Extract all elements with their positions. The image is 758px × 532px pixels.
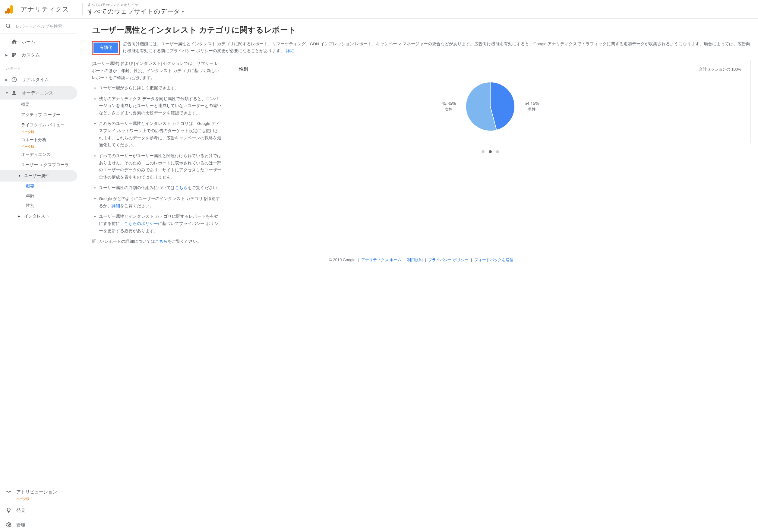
carousel-dots	[230, 150, 751, 153]
separator: |	[358, 258, 359, 262]
footer-link-home[interactable]: アナリティクス ホーム	[361, 258, 401, 262]
bullet-link[interactable]: こちらのポリシー	[124, 221, 158, 226]
footer-link-privacy[interactable]: プライバシー ポリシー	[428, 258, 468, 262]
sub-demo-age[interactable]: 年齢	[26, 191, 77, 201]
closing-text-a: 新しいレポートの詳細については	[92, 239, 155, 244]
svg-rect-1	[7, 8, 10, 14]
demographics-submenu: 概要 年齢 性別	[0, 182, 77, 210]
nav: ホーム ▶ カスタム レポート ▶ リアルタイム ▼ オーディエンス 概要 アク…	[0, 34, 77, 222]
sub-active-users[interactable]: アクティブ ユーザー	[21, 110, 77, 120]
account-selector[interactable]: すべてのアカウント > ホリイケ すべてのウェブサイトのデータ ▾	[87, 3, 184, 16]
sub-interests[interactable]: ▶ インタレスト	[0, 210, 77, 222]
bullet-item: すべてのユーザーがユーザー属性と関連付けられているわけではありません。そのため、…	[99, 152, 221, 181]
clock-icon	[11, 76, 17, 83]
svg-rect-8	[15, 55, 16, 56]
pie-chart	[463, 79, 517, 134]
view-name: すべてのウェブサイトのデータ ▾	[87, 7, 184, 16]
separator: |	[404, 258, 405, 262]
intro-details-link[interactable]: 詳細	[286, 49, 294, 53]
carousel-dot[interactable]	[489, 150, 492, 153]
nav-audience[interactable]: ▼ オーディエンス	[0, 86, 77, 99]
search-input[interactable]	[16, 24, 72, 29]
footer-link-feedback[interactable]: フィードバックを送信	[474, 258, 513, 262]
expand-icon: ▶	[18, 215, 22, 218]
sub-interests-label: インタレスト	[24, 214, 50, 219]
sub-demo-overview[interactable]: 概要	[26, 182, 77, 191]
chart-label-female: 45.85% 女性	[442, 101, 456, 112]
separator: |	[471, 258, 472, 262]
analytics-logo-icon	[4, 4, 15, 15]
collapse-icon: ▼	[5, 91, 9, 95]
sub-overview[interactable]: 概要	[21, 99, 77, 110]
nav-realtime[interactable]: ▶ リアルタイム	[0, 73, 77, 86]
bullet-text: をご覧ください。	[120, 203, 154, 208]
chart-pct-female: 45.85%	[442, 101, 456, 106]
description-panel: [ユーザー属性] および [インタレスト] セクションでは、サマリー レポートの…	[92, 60, 221, 245]
chart-pct-male: 54.15%	[525, 101, 539, 106]
beta-label: ベータ版	[21, 130, 77, 134]
intro-text: 広告向け機能には、ユーザー属性とインタレスト カテゴリに関するレポート、リマーケ…	[123, 41, 751, 54]
app-header: アナリティクス すべてのアカウント > ホリイケ すべてのウェブサイトのデータ …	[0, 0, 758, 19]
nav-home[interactable]: ホーム	[0, 35, 77, 48]
expand-icon: ▶	[5, 78, 9, 82]
description-intro: [ユーザー属性] および [インタレスト] セクションでは、サマリー レポートの…	[92, 60, 221, 82]
chevron-down-icon: ▾	[182, 9, 184, 14]
logo[interactable]: アナリティクス	[4, 4, 78, 15]
sub-demo-gender[interactable]: 性別	[26, 201, 77, 210]
bullet-item: これらのユーザー属性とインタレスト カテゴリは、Google ディスプレイ ネッ…	[99, 120, 221, 149]
sub-user-explorer[interactable]: ユーザー エクスプローラ	[21, 160, 77, 170]
page-title: ユーザー属性とインタレスト カテゴリに関するレポート	[92, 25, 751, 35]
bullet-item: Google がどのようにユーザーのインタレスト カテゴリを識別するか、詳細をご…	[99, 195, 221, 209]
audience-submenu: 概要 アクティブ ユーザー ライフタイム バリュー ベータ版 コホート分析 ベー…	[0, 99, 77, 170]
bullet-text: をご覧ください。	[188, 186, 221, 190]
pct-value: 54.15	[525, 101, 535, 106]
svg-rect-0	[10, 5, 13, 14]
breadcrumb-path: すべてのアカウント > ホリイケ	[87, 3, 184, 7]
nav-section-reports: レポート	[0, 61, 77, 73]
enable-button[interactable]: 有効化	[93, 43, 118, 53]
footer-link-terms[interactable]: 利用規約	[407, 258, 423, 262]
svg-rect-7	[12, 55, 14, 57]
search-row[interactable]	[0, 19, 77, 34]
home-icon	[11, 38, 17, 45]
beta-label: ベータ版	[21, 144, 77, 149]
sub-cohort[interactable]: コホート分析	[21, 135, 77, 145]
carousel-dot[interactable]	[496, 150, 499, 153]
separator: |	[425, 258, 426, 262]
enable-button-highlight: 有効化	[92, 41, 120, 54]
sidebar: ホーム ▶ カスタム レポート ▶ リアルタイム ▼ オーディエンス 概要 アク…	[0, 19, 77, 275]
bullet-link[interactable]: こちら	[175, 186, 188, 190]
footer-copyright: © 2019 Google	[329, 258, 356, 262]
nav-custom[interactable]: ▶ カスタム	[0, 48, 77, 61]
nav-audience-label: オーディエンス	[22, 90, 53, 96]
bullet-text: ユーザー属性の判別の仕組みについては	[99, 186, 175, 190]
nav-home-label: ホーム	[22, 39, 35, 45]
chart-header: 性別 合計セッションの 100%	[239, 66, 741, 72]
intro-text-body: 広告向け機能には、ユーザー属性とインタレスト カテゴリに関するレポート、リマーケ…	[123, 42, 750, 53]
chart-card: 性別 合計セッションの 100% 45.85% 女性 54.15% 男性	[230, 60, 751, 143]
footer: © 2019 Google | アナリティクス ホーム | 利用規約 | プライ…	[92, 257, 751, 263]
sub-demographics[interactable]: ▼ ユーザー属性	[0, 170, 77, 182]
bullet-link[interactable]: 詳細	[112, 203, 120, 208]
bullet-item: ユーザー属性とインタレスト カテゴリに関するレポートを有効にする前に、こちらのポ…	[99, 213, 221, 234]
pct-value: 45.85	[442, 101, 452, 106]
svg-rect-5	[12, 53, 14, 54]
pct-name: 女性	[442, 107, 456, 112]
view-name-text: すべてのウェブサイトのデータ	[87, 7, 180, 16]
chart-subtitle: 合計セッションの 100%	[699, 67, 741, 72]
svg-line-4	[9, 27, 11, 28]
header-divider	[82, 3, 83, 16]
search-icon	[5, 23, 12, 29]
bullet-item: ユーザー属性の判別の仕組みについてはこちらをご覧ください。	[99, 184, 221, 192]
bullet-item: 残りのアナリティクス データを同じ属性で分類すると、コンバージョンを達成したユー…	[99, 95, 221, 117]
sub-lifetime-value[interactable]: ライフタイム バリュー	[21, 120, 77, 130]
closing-link[interactable]: こちら	[155, 239, 168, 244]
closing-text-b: をご覧ください。	[168, 239, 201, 244]
description-list: ユーザー層がさらに詳しく把握できます。 残りのアナリティクス データを同じ属性で…	[92, 85, 221, 234]
main-content: ユーザー属性とインタレスト カテゴリに関するレポート 有効化 広告向け機能には、…	[77, 19, 758, 275]
carousel-dot[interactable]	[482, 150, 485, 153]
sub-audiences[interactable]: オーディエンス	[21, 150, 77, 160]
svg-point-3	[6, 24, 10, 27]
svg-point-2	[5, 11, 7, 14]
content-row: [ユーザー属性] および [インタレスト] セクションでは、サマリー レポートの…	[92, 60, 751, 245]
